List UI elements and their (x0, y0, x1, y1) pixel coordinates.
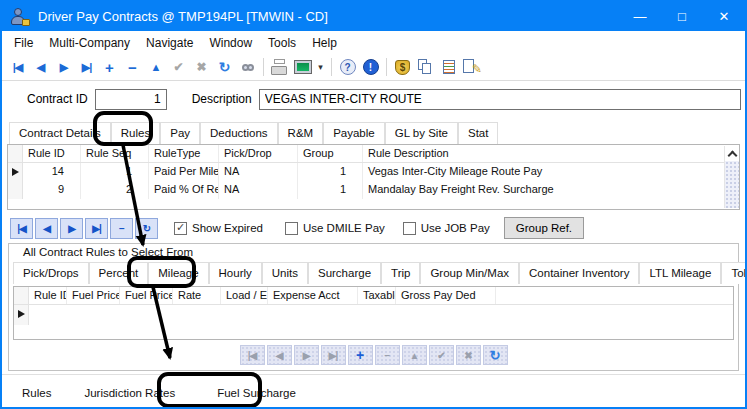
copy-button[interactable] (415, 57, 436, 78)
tab-gl-by-site[interactable]: GL by Site (385, 122, 458, 144)
use-dmile-pay-option[interactable]: Use DMILE Pay (285, 222, 385, 235)
menu-window[interactable]: Window (201, 34, 260, 52)
tab-stat[interactable]: Stat (458, 122, 498, 144)
col-rule-id[interactable]: Rule ID (29, 287, 67, 304)
help-button[interactable]: ? (337, 57, 358, 78)
menu-navigate[interactable]: Navigate (138, 34, 201, 52)
col-fuel-price-min[interactable]: Fuel Price Min (67, 287, 120, 304)
contract-id-input[interactable] (95, 89, 167, 110)
grid2-next-button[interactable]: ▶ (294, 345, 319, 365)
monitor-dropdown-arrow[interactable]: ▾ (315, 57, 326, 78)
report-button[interactable] (438, 57, 459, 78)
col-rule-id[interactable]: Rule ID (23, 145, 81, 162)
scroll-up-icon[interactable] (725, 146, 739, 161)
col-group[interactable]: Group (298, 145, 363, 162)
tab-hourly[interactable]: Hourly (209, 262, 262, 284)
tab-pay[interactable]: Pay (160, 122, 200, 144)
tab-deductions[interactable]: Deductions (200, 122, 278, 144)
tab-units[interactable]: Units (262, 262, 308, 284)
table-row[interactable]: 14 1 Paid Per Mile NA 1 Vegas Inter-City… (8, 163, 739, 181)
maximize-button[interactable]: □ (661, 2, 703, 31)
scrollbar-track[interactable] (725, 161, 739, 208)
use-job-pay-checkbox[interactable] (403, 222, 416, 235)
tab-jurisdiction-rates[interactable]: Jurisdiction Rates (84, 387, 175, 399)
row-selector[interactable] (14, 305, 29, 325)
last-record-button[interactable]: ▶| (76, 57, 97, 78)
tab-rules-bottom[interactable]: Rules (22, 387, 51, 399)
tab-mileage[interactable]: Mileage (148, 262, 208, 284)
tab-tolls[interactable]: Tolls (721, 262, 747, 284)
grid-last-button[interactable]: ▶| (85, 218, 108, 239)
menu-multi-company[interactable]: Multi-Company (41, 34, 138, 52)
col-rule-description[interactable]: Rule Description (363, 145, 739, 162)
show-expired-option[interactable]: Show Expired (174, 222, 263, 235)
menu-help[interactable]: Help (304, 34, 345, 52)
table-row[interactable] (14, 305, 733, 325)
tab-group-min-max[interactable]: Group Min/Max (420, 262, 519, 284)
cancel-button[interactable]: ✖ (191, 57, 212, 78)
col-pick-drop[interactable]: Pick/Drop (219, 145, 298, 162)
col-taxable[interactable]: Taxable (358, 287, 396, 304)
description-input[interactable] (259, 89, 741, 110)
grid2-refresh-button[interactable]: ↻ (483, 345, 508, 365)
grid-delete-button[interactable]: − (110, 218, 133, 239)
add-button[interactable]: + (99, 57, 120, 78)
grid-previous-button[interactable]: ◀ (35, 218, 58, 239)
row-selector[interactable] (8, 181, 23, 199)
tab-contract-details[interactable]: Contract Details (9, 122, 111, 144)
grid2-add-button[interactable]: + (348, 345, 373, 365)
tab-container-inventory[interactable]: Container Inventory (519, 262, 639, 284)
grid2-previous-button[interactable]: ◀ (267, 345, 292, 365)
vertical-scrollbar[interactable] (724, 146, 739, 208)
save-button[interactable]: ✔ (168, 57, 189, 78)
previous-button[interactable]: ◀ (30, 57, 51, 78)
col-rule-type[interactable]: RuleType (149, 145, 219, 162)
close-button[interactable]: ✕ (703, 2, 745, 31)
grid-first-button[interactable]: |◀ (10, 218, 33, 239)
title-bar[interactable]: Driver Pay Contracts @ TMP194PL [TMWIN -… (2, 2, 745, 31)
grid-refresh-button[interactable]: ↻ (135, 218, 158, 239)
tab-rules[interactable]: Rules (111, 122, 160, 144)
table-row[interactable]: 9 2 Paid % Of Re NA 1 Mandalay Bay Freig… (8, 181, 739, 199)
refresh-button[interactable]: ↻ (214, 57, 235, 78)
use-dmile-pay-checkbox[interactable] (285, 222, 298, 235)
tab-pick-drops[interactable]: Pick/Drops (13, 262, 89, 284)
binoculars-icon[interactable] (237, 57, 258, 78)
col-rule-seq[interactable]: Rule Seq (81, 145, 149, 162)
tab-percent[interactable]: Percent (89, 262, 149, 284)
menu-file[interactable]: File (6, 34, 41, 52)
tab-rm[interactable]: R&M (278, 122, 324, 144)
row-selector[interactable] (8, 163, 23, 181)
col-expense-acct[interactable]: Expense Acct (268, 287, 358, 304)
edit-button[interactable]: ✎ (461, 57, 482, 78)
tab-ltl-mileage[interactable]: LTL Mileage (639, 262, 721, 284)
monitor-button[interactable] (292, 57, 313, 78)
col-gross-pay-ded[interactable]: Gross Pay Ded (396, 287, 496, 304)
tab-payable[interactable]: Payable (323, 122, 385, 144)
col-fuel-price-max[interactable]: Fuel Price Max (120, 287, 173, 304)
col-load-empty[interactable]: Load / Empty (221, 287, 268, 304)
grid2-first-button[interactable]: |◀ (240, 345, 265, 365)
menu-tools[interactable]: Tools (260, 34, 304, 52)
tab-fuel-surcharge[interactable]: Fuel Surcharge (217, 387, 296, 399)
first-record-button[interactable]: |◀ (7, 57, 28, 78)
money-bag-button[interactable]: $ (392, 57, 413, 78)
grid2-cancel-button[interactable]: ✖ (456, 345, 481, 365)
grid2-last-button[interactable]: ▶| (321, 345, 346, 365)
minimize-button[interactable]: — (619, 2, 661, 31)
next-button[interactable]: ▶ (53, 57, 74, 78)
tab-trip[interactable]: Trip (381, 262, 420, 284)
info-button[interactable]: ! (360, 57, 381, 78)
col-rate[interactable]: Rate (173, 287, 221, 304)
show-expired-checkbox[interactable] (174, 222, 187, 235)
up-icon[interactable]: ▲ (145, 57, 166, 78)
tab-surcharge[interactable]: Surcharge (308, 262, 381, 284)
grid2-save-button[interactable]: ✔ (429, 345, 454, 365)
grid-next-button[interactable]: ▶ (60, 218, 83, 239)
grid2-delete-button[interactable]: − (375, 345, 400, 365)
delete-button[interactable]: − (122, 57, 143, 78)
group-ref-button[interactable]: Group Ref. (504, 217, 584, 239)
use-job-pay-option[interactable]: Use JOB Pay (403, 222, 490, 235)
grid2-up-button[interactable]: ▲ (402, 345, 427, 365)
print-button[interactable] (269, 57, 290, 78)
